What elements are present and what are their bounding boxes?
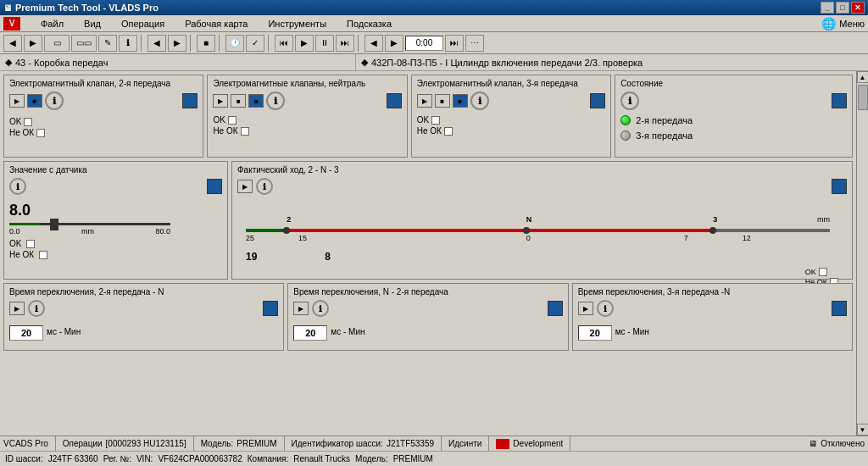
close-button[interactable]: ✕	[851, 2, 865, 14]
sensor-ok-checkbox[interactable]	[26, 240, 35, 248]
ident-label: Идентификатор шасси:	[292, 439, 383, 448]
current-val-19: 19	[246, 251, 257, 263]
tb-clock-button[interactable]: 🕐	[225, 35, 244, 52]
toolbar: ◀ ▶ ▭ ▭▭ ✎ ℹ ◀ ▶ ■ 🕐 ✓ ⏮ ▶ ⏸ ⏭ ◀ ▶ 0:00 …	[0, 32, 868, 54]
middle-row: Значение с датчика ℹ 8.0 0.0	[3, 161, 853, 280]
stop-btn-3[interactable]: ■	[435, 94, 450, 108]
notok-checkbox-2[interactable]	[241, 127, 249, 136]
play-btn-t1[interactable]: ▶	[9, 302, 25, 315]
solenoid-panel-neutral: Электромагнитные клапаны, нейтраль ▶ ■ ■…	[207, 75, 407, 158]
tb-check-button[interactable]: ✓	[246, 35, 264, 52]
current-val-8: 8	[325, 251, 331, 263]
model2-label: Модель:	[355, 454, 388, 463]
solenoid-2nd-controls: ▶ ■ ℹ	[9, 92, 198, 110]
menu-view[interactable]: Вид	[81, 18, 104, 30]
minimize-button[interactable]: _	[821, 2, 834, 14]
id-value: J24TF 63360	[48, 454, 98, 463]
tb-sep3	[219, 35, 222, 52]
tb-step-play[interactable]: ▶	[295, 35, 314, 52]
info-btn-3[interactable]: ℹ	[470, 92, 489, 110]
tb-btn2[interactable]: ▭▭	[71, 35, 97, 52]
tb-back-button[interactable]: ◀	[3, 35, 22, 52]
blue-btn-sensor[interactable]	[207, 179, 222, 194]
notok-checkbox-1[interactable]	[36, 129, 45, 137]
bottom-row: Время переключения, 2-я передача - N ▶ ℹ…	[3, 283, 853, 351]
play-btn-actual[interactable]: ▶	[237, 180, 253, 193]
label-3: 3	[713, 215, 717, 224]
blue-btn-actual[interactable]	[832, 179, 847, 194]
status-controls: ℹ	[620, 92, 847, 110]
solenoid-panel-2nd: Электромагнитный клапан, 2-я передача ▶ …	[3, 75, 203, 158]
tb-btn3[interactable]: ✎	[98, 35, 117, 52]
status-2nd-label: 2-я передача	[636, 115, 693, 125]
blue-btn-3[interactable]	[590, 93, 605, 108]
play-btn-2[interactable]: ▶	[213, 94, 228, 108]
tb-step-fwd[interactable]: ⏭	[336, 35, 354, 52]
blue-btn-t2[interactable]	[548, 301, 563, 316]
scroll-down-button[interactable]: ▼	[857, 424, 869, 435]
play-btn-t3[interactable]: ▶	[578, 302, 593, 315]
tb-btn1[interactable]: ▭	[44, 35, 70, 52]
solenoid-neutral-controls: ▶ ■ ■ ℹ	[213, 92, 401, 110]
menu-right-label[interactable]: Меню	[839, 19, 865, 29]
time1-value: 20	[9, 325, 43, 341]
info-btn-1[interactable]: ℹ	[45, 92, 64, 110]
menu-file[interactable]: Файл	[37, 18, 67, 30]
ok-checkbox-2[interactable]	[228, 116, 236, 125]
tb-timeend[interactable]: ⏭	[445, 35, 464, 52]
stop-btn-1[interactable]: ■	[27, 94, 42, 108]
info-btn-t1[interactable]: ℹ	[28, 300, 45, 317]
blue-btn-4[interactable]	[832, 93, 847, 108]
tb-step-pause[interactable]: ⏸	[315, 35, 334, 52]
info-btn-actual[interactable]: ℹ	[256, 178, 273, 195]
menu-bar: V Файл Вид Операция Рабочая карта Инстру…	[0, 15, 868, 32]
notok-checkbox-3[interactable]	[444, 127, 453, 136]
menu-workcard[interactable]: Рабочая карта	[181, 18, 251, 30]
blue-btn-1[interactable]	[182, 93, 198, 108]
actual-ok-checkbox[interactable]	[819, 268, 827, 276]
tb-prev2[interactable]: ◀	[364, 35, 383, 52]
time2-unit: мс - Мин	[331, 327, 364, 336]
app-icon: 🖥	[3, 3, 12, 13]
square-btn-3[interactable]: ■	[453, 94, 468, 108]
play-btn-t2[interactable]: ▶	[293, 302, 309, 315]
tb-stop-button[interactable]: ■	[197, 35, 215, 52]
play-btn-1[interactable]: ▶	[9, 94, 25, 108]
tb-next-button[interactable]: ▶	[168, 35, 186, 52]
info-btn-t2[interactable]: ℹ	[312, 300, 329, 317]
stop-btn-2[interactable]: ■	[231, 94, 246, 108]
led-2nd-gear	[620, 115, 631, 125]
tb-prev-button[interactable]: ◀	[147, 35, 166, 52]
status-vcads: VCADS Pro	[3, 436, 56, 451]
time3-title: Время переключения, 3-я передача -N	[578, 287, 847, 297]
maximize-button[interactable]: □	[836, 2, 849, 14]
tb-next2[interactable]: ▶	[385, 35, 403, 52]
play-btn-3[interactable]: ▶	[417, 94, 432, 108]
info-btn-4[interactable]: ℹ	[620, 92, 639, 110]
info-btn-sensor[interactable]: ℹ	[9, 178, 26, 195]
tb-forward-button[interactable]: ▶	[24, 35, 42, 52]
tb-step-back[interactable]: ⏮	[275, 35, 293, 52]
solenoid-neutral-title: Электромагнитные клапаны, нейтраль	[213, 79, 401, 88]
status-dev: Development	[496, 436, 570, 451]
menu-help[interactable]: Подсказка	[343, 18, 395, 30]
unit-label: mm	[817, 215, 830, 224]
menu-tools[interactable]: Инструменты	[264, 18, 330, 30]
ok-checkbox-3[interactable]	[431, 116, 440, 125]
menu-operation[interactable]: Операция	[118, 18, 168, 30]
tb-extra[interactable]: ⋯	[465, 35, 484, 52]
scrollbar-vertical[interactable]: ▲ ▼	[856, 71, 868, 435]
sensor-max: 80.0	[155, 227, 170, 236]
time3-unit: мс - Мин	[615, 327, 649, 336]
tb-info-button[interactable]: ℹ	[119, 35, 137, 52]
ok-checkbox-1[interactable]	[24, 118, 32, 126]
blue-btn-2[interactable]	[387, 93, 402, 108]
scroll-up-button[interactable]: ▲	[857, 71, 869, 83]
scroll-thumb[interactable]	[858, 85, 868, 110]
sensor-notok-checkbox[interactable]	[39, 251, 47, 259]
info-btn-2[interactable]: ℹ	[266, 92, 285, 110]
info-btn-t3[interactable]: ℹ	[597, 300, 614, 317]
blue-btn-t1[interactable]	[263, 301, 278, 316]
blue-btn-t3[interactable]	[832, 301, 847, 316]
square-btn-2[interactable]: ■	[248, 94, 264, 108]
